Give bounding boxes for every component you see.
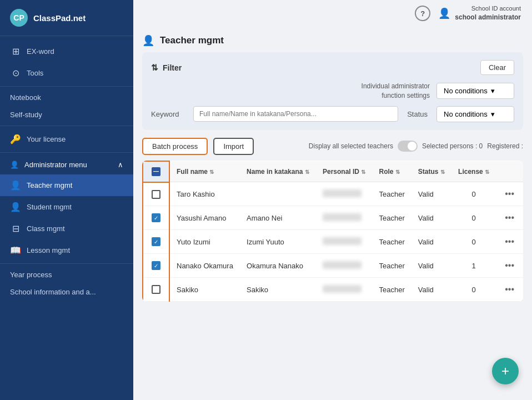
row-license: 0 — [451, 278, 496, 302]
admin-func-line1: Individual administrator — [362, 82, 430, 91]
display-toggle-switch[interactable] — [398, 141, 418, 152]
sidebar-item-self-study[interactable]: Self-study — [0, 106, 133, 123]
filter-card: ⇅ Filter Clear Individual administrator … — [142, 52, 523, 130]
sidebar-item-ex-word[interactable]: ⊞ EX-word — [0, 41, 133, 62]
status-label: Status — [407, 110, 428, 118]
row-checkbox-1[interactable] — [152, 190, 160, 199]
row-actions: ••• — [496, 182, 523, 206]
row-personal-id — [316, 254, 373, 278]
sidebar-item-label: Lesson mgmt — [27, 246, 70, 254]
row-menu-button[interactable]: ••• — [503, 188, 516, 200]
table-header-personal-id: Personal ID ⇅ — [316, 161, 373, 182]
sidebar-item-your-license[interactable]: 🔑 Your license — [0, 128, 133, 150]
row-checkbox-2[interactable] — [152, 213, 160, 222]
table-row: Taro Kashio Teacher Valid 0 ••• — [143, 182, 523, 206]
teacher-icon: 👤 — [10, 180, 21, 191]
row-license: 0 — [451, 206, 496, 230]
row-personal-id — [316, 230, 373, 254]
sidebar-item-label: Teacher mgmt — [27, 181, 72, 189]
main-content: ? 👤 School ID account school administrat… — [133, 0, 532, 400]
sort-icon[interactable]: ⇅ — [305, 169, 309, 175]
sidebar-item-tools[interactable]: ⊙ Tools — [0, 62, 133, 84]
lesson-icon: 📖 — [10, 245, 21, 256]
account-label: School ID account — [455, 4, 521, 13]
row-menu-button[interactable]: ••• — [503, 212, 516, 224]
row-actions: ••• — [496, 230, 523, 254]
filter-admin-row: Individual administrator function settin… — [151, 82, 514, 101]
chevron-down-icon: ▾ — [491, 110, 495, 118]
display-toggle-row: Display all selected teachers Selected p… — [309, 141, 523, 152]
status-dropdown[interactable]: No conditions ▾ — [436, 106, 514, 122]
sort-icon[interactable]: ⇅ — [361, 169, 365, 175]
sidebar-logo: CP ClassPad.net — [0, 0, 133, 36]
sidebar-group-label: Administrator menu — [24, 161, 87, 169]
row-checkbox-5[interactable] — [152, 285, 160, 294]
sidebar-item-year-process[interactable]: Year process — [0, 266, 133, 283]
batch-process-button[interactable]: Batch process — [142, 138, 208, 155]
class-icon: ⊟ — [10, 223, 21, 234]
sidebar-item-lesson-mgmt[interactable]: 📖 Lesson mgmt — [0, 239, 133, 261]
chevron-down-icon: ▾ — [491, 87, 495, 95]
add-icon: + — [501, 363, 509, 379]
table-row: Yasushi Amano Amano Nei Teacher Valid 0 … — [143, 206, 523, 230]
personal-id-blurred — [323, 285, 362, 293]
status-value: No conditions — [444, 110, 488, 118]
table-row: Nanako Okamura Okamura Nanako Teacher Va… — [143, 254, 523, 278]
filter-keyword-row: Keyword Status No conditions ▾ — [151, 106, 514, 122]
row-menu-button[interactable]: ••• — [503, 259, 516, 272]
table-header-role: Role ⇅ — [373, 161, 411, 182]
personal-id-blurred — [323, 261, 362, 269]
sidebar-item-label: Tools — [27, 69, 43, 77]
teacher-table: Full name ⇅ Name in katakana ⇅ Personal … — [142, 161, 523, 302]
table-header-actions — [496, 161, 523, 182]
keyword-input[interactable] — [193, 106, 398, 122]
sort-icon[interactable]: ⇅ — [209, 169, 214, 175]
row-checkbox-cell — [143, 278, 169, 302]
sidebar-item-label: Your license — [27, 135, 66, 143]
row-menu-button[interactable]: ••• — [503, 283, 516, 296]
table-header-check — [143, 161, 169, 182]
row-checkbox-cell — [143, 230, 169, 254]
row-role: Teacher — [373, 230, 411, 254]
row-checkbox-3[interactable] — [152, 237, 160, 246]
table-row: Yuto Izumi Izumi Yuuto Teacher Valid 0 •… — [143, 230, 523, 254]
personal-id-blurred — [323, 237, 362, 245]
sort-icon[interactable]: ⇅ — [485, 169, 489, 175]
admin-conditions-dropdown[interactable]: No conditions ▾ — [436, 83, 514, 99]
table-header-fullname: Full name ⇅ — [169, 161, 240, 182]
row-role: Teacher — [373, 206, 411, 230]
keyword-label: Keyword — [151, 110, 184, 118]
sidebar-item-label: Class mgmt — [27, 224, 65, 233]
help-button[interactable]: ? — [415, 6, 430, 21]
row-status: Valid — [411, 206, 451, 230]
sidebar-item-class-mgmt[interactable]: ⊟ Class mgmt — [0, 218, 133, 239]
page-header: 👤 Teacher mgmt — [142, 27, 523, 52]
table-header-status: Status ⇅ — [411, 161, 451, 182]
row-license: 0 — [451, 230, 496, 254]
row-actions: ••• — [496, 254, 523, 278]
account-name: school administrator — [455, 13, 521, 22]
sidebar-item-school-info[interactable]: School information and a... — [0, 283, 133, 301]
sort-icon[interactable]: ⇅ — [395, 169, 400, 175]
sidebar-item-student-mgmt[interactable]: 👤 Student mgmt — [0, 196, 133, 218]
row-fullname: Sakiko — [169, 278, 240, 302]
row-katakana: Okamura Nanako — [240, 254, 316, 278]
add-teacher-fab[interactable]: + — [492, 358, 519, 384]
row-license: 0 — [451, 182, 496, 206]
row-checkbox-cell — [143, 206, 169, 230]
logo-text: ClassPad.net — [33, 13, 86, 23]
divider — [0, 152, 133, 153]
row-katakana: Sakiko — [240, 278, 316, 302]
content-area: 👤 Teacher mgmt ⇅ Filter Clear Individual… — [133, 27, 532, 400]
sidebar-item-teacher-mgmt[interactable]: 👤 Teacher mgmt — [0, 174, 133, 196]
sidebar-item-admin-menu[interactable]: 👤 Administrator menu ∧ — [0, 155, 133, 174]
import-button[interactable]: Import — [213, 138, 254, 155]
select-all-checkbox[interactable] — [152, 167, 160, 176]
row-menu-button[interactable]: ••• — [503, 236, 516, 248]
row-checkbox-4[interactable] — [152, 261, 160, 270]
sidebar-item-notebook[interactable]: Notebook — [0, 89, 133, 106]
admin-icon: 👤 — [10, 161, 19, 169]
table-body: Taro Kashio Teacher Valid 0 ••• Yasushi … — [143, 182, 523, 302]
sort-icon[interactable]: ⇅ — [440, 169, 445, 175]
clear-button[interactable]: Clear — [480, 60, 514, 75]
